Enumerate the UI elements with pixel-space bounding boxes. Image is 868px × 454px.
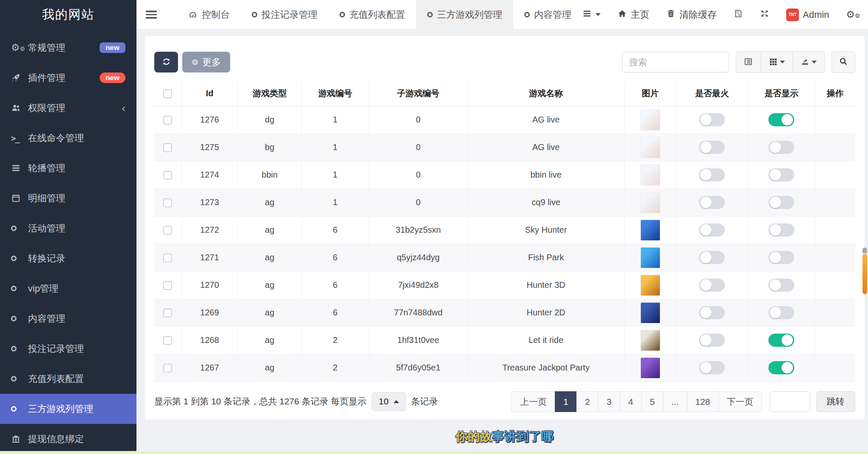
row-checkbox[interactable] [163, 198, 172, 207]
refresh-button[interactable] [154, 52, 178, 72]
language-button[interactable]: 文A [734, 9, 743, 21]
column-header-actions: 操作 [815, 81, 855, 106]
row-checkbox[interactable] [163, 364, 172, 373]
column-header-subgame-no[interactable]: 子游戏编号 [369, 81, 467, 106]
visible-toggle[interactable] [768, 168, 794, 181]
search-input[interactable] [622, 52, 729, 72]
sidebar-item[interactable]: 三方游戏列管理 [0, 394, 136, 424]
page-button[interactable]: 2 [576, 391, 598, 412]
hot-toggle[interactable] [699, 334, 725, 347]
visible-toggle[interactable] [768, 113, 794, 126]
game-thumbnail [640, 109, 660, 131]
page-button[interactable]: ... [663, 391, 687, 412]
sidebar-item[interactable]: 提现信息绑定 [0, 424, 136, 454]
footer-watermark: 你的故事讲到了哪 [136, 429, 868, 445]
hot-toggle[interactable] [699, 361, 725, 374]
page-size-select[interactable]: 10 [372, 392, 406, 411]
home-button[interactable]: 主页 [618, 8, 649, 21]
columns-button[interactable] [761, 51, 793, 73]
admin-avatar: TNT [786, 8, 799, 21]
nav-tab[interactable]: 控制台 [177, 0, 241, 29]
fullscreen-button[interactable] [760, 9, 769, 21]
visible-toggle[interactable] [768, 361, 794, 374]
jump-button[interactable]: 跳转 [816, 391, 855, 412]
row-checkbox[interactable] [163, 281, 172, 290]
game-thumbnail [640, 330, 660, 351]
sidebar-item[interactable]: >_ 在线命令管理 [0, 123, 136, 153]
visible-toggle[interactable] [768, 306, 794, 319]
sidebar-item[interactable]: 内容管理 [0, 304, 136, 334]
page-button[interactable]: 上一页 [512, 391, 555, 412]
page-button[interactable]: 1 [555, 391, 577, 412]
page-button[interactable]: 4 [620, 391, 642, 412]
cell-id: 1268 [181, 326, 238, 354]
row-checkbox[interactable] [163, 226, 172, 235]
row-checkbox[interactable] [163, 253, 172, 262]
hot-toggle[interactable] [699, 223, 725, 237]
hot-toggle[interactable] [699, 168, 725, 181]
table-row: 1267 ag 2 5f7d6y05e1 Treasure Jackpot Pa… [154, 354, 855, 382]
nav-tab[interactable]: 内容管理 [513, 0, 582, 29]
cell-id: 1274 [181, 161, 238, 189]
visible-toggle[interactable] [768, 196, 794, 209]
column-header-id[interactable]: Id [181, 81, 238, 106]
visible-toggle[interactable] [768, 141, 794, 154]
page-button[interactable]: 下一页 [718, 391, 762, 412]
detail-view-button[interactable] [736, 51, 761, 73]
cell-game-no: 2 [302, 354, 369, 382]
sidebar-item[interactable]: 权限管理 ‹ [0, 93, 136, 123]
main-area: 控制台 投注记录管理 充值列表配置 三方游戏列管理 [136, 0, 868, 454]
page-button[interactable]: 128 [687, 391, 719, 412]
cell-game-name: Hunter 2D [467, 299, 624, 326]
export-button[interactable] [793, 51, 825, 73]
table-row: 1273 ag 1 0 cq9 live [154, 189, 855, 216]
nav-tab-label: 充值列表配置 [349, 8, 405, 21]
admin-menu[interactable]: TNT Admin [786, 8, 829, 21]
page-button[interactable]: 3 [598, 391, 620, 412]
circle-icon [11, 256, 28, 261]
visible-toggle[interactable] [768, 279, 794, 292]
row-checkbox[interactable] [163, 143, 172, 152]
sidebar-item[interactable]: 轮播管理 [0, 153, 136, 183]
row-checkbox[interactable] [163, 171, 172, 180]
hot-toggle[interactable] [699, 251, 725, 264]
sidebar-item[interactable]: 活动管理 [0, 213, 136, 243]
visible-toggle[interactable] [768, 223, 794, 237]
sidebar-toggle-button[interactable] [136, 0, 166, 29]
visible-toggle[interactable] [768, 251, 794, 264]
page-button[interactable]: 5 [641, 391, 663, 412]
settings-button[interactable]: ⚙⚙ [846, 10, 860, 19]
nav-tab[interactable]: 充值列表配置 [328, 0, 416, 29]
hot-toggle[interactable] [699, 141, 725, 154]
column-header-game-no[interactable]: 游戏编号 [302, 81, 369, 106]
search-button[interactable] [832, 51, 855, 73]
sidebar-item[interactable]: 充值列表配置 [0, 364, 136, 394]
cell-game-name: Hunter 3D [467, 271, 624, 299]
vertical-scrollbar-thumb[interactable] [862, 253, 867, 294]
more-button[interactable]: ⚙ 更多 [182, 52, 230, 72]
sidebar-item[interactable]: vip管理 [0, 273, 136, 304]
row-checkbox[interactable] [163, 309, 172, 318]
sidebar-item[interactable]: 明细管理 [0, 183, 136, 213]
row-checkbox[interactable] [163, 116, 172, 125]
column-header-game-type[interactable]: 游戏类型 [238, 81, 302, 106]
cell-subgame-no: 0 [369, 161, 467, 189]
column-header-game-name[interactable]: 游戏名称 [467, 81, 624, 106]
nav-tab[interactable]: 三方游戏列管理 [416, 0, 513, 29]
sidebar-item[interactable]: 插件管理 new [0, 63, 136, 93]
hot-toggle[interactable] [699, 196, 725, 209]
hot-toggle[interactable] [699, 279, 725, 292]
sidebar-item[interactable]: 投注记录管理 [0, 334, 136, 364]
jump-page-input[interactable] [770, 391, 810, 412]
select-all-checkbox[interactable] [163, 89, 172, 98]
hot-toggle[interactable] [699, 306, 725, 319]
sidebar-item[interactable]: 转换记录 [0, 243, 136, 273]
hot-toggle[interactable] [699, 113, 725, 126]
menu-dropdown-button[interactable] [582, 9, 601, 21]
game-thumbnail [640, 192, 660, 213]
clear-cache-button[interactable]: 清除缓存 [666, 8, 717, 21]
row-checkbox[interactable] [163, 336, 172, 345]
visible-toggle[interactable] [768, 334, 794, 347]
nav-tab[interactable]: 投注记录管理 [241, 0, 328, 29]
sidebar-item[interactable]: ⚙⚙ 常规管理 new [0, 33, 136, 63]
